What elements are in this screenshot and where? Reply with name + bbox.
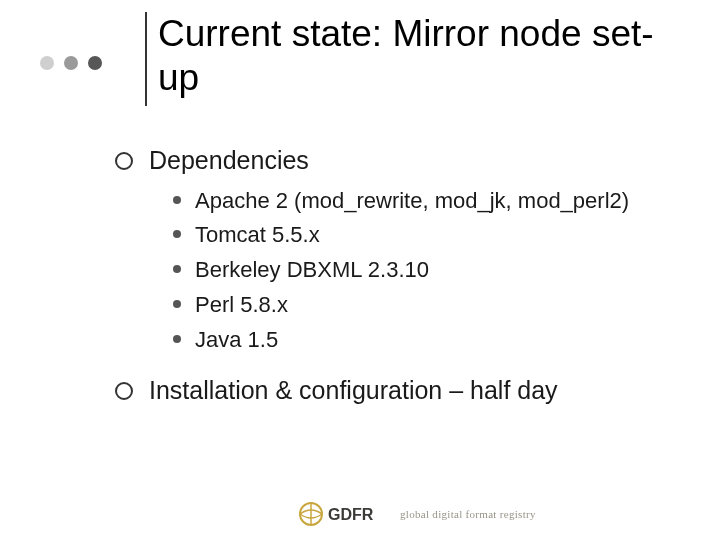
ring-bullet-icon (115, 382, 133, 400)
logo-acronym: GDFR (328, 506, 374, 523)
bullet-dependencies: Dependencies (115, 144, 680, 178)
footer-text: global digital format registry (400, 508, 536, 520)
disc-bullet-icon (173, 335, 181, 343)
list-item-text: Perl 5.8.x (195, 290, 680, 320)
dependencies-list: Apache 2 (mod_rewrite, mod_jk, mod_perl2… (173, 186, 680, 354)
decorative-dots (40, 56, 102, 70)
dot-3 (88, 56, 102, 70)
list-item: Apache 2 (mod_rewrite, mod_jk, mod_perl2… (173, 186, 680, 216)
list-item-text: Apache 2 (mod_rewrite, mod_jk, mod_perl2… (195, 186, 680, 216)
disc-bullet-icon (173, 196, 181, 204)
gdfr-logo-icon: GDFR (298, 500, 390, 528)
disc-bullet-icon (173, 230, 181, 238)
bullet-installation: Installation & configuration – half day (115, 374, 680, 408)
list-item: Tomcat 5.5.x (173, 220, 680, 250)
list-item-text: Berkeley DBXML 2.3.10 (195, 255, 680, 285)
slide-title: Current state: Mirror node set-up (158, 12, 690, 99)
bullet-label: Installation & configuration – half day (149, 374, 680, 408)
disc-bullet-icon (173, 265, 181, 273)
slide: Current state: Mirror node set-up Depend… (0, 0, 720, 540)
list-item-text: Java 1.5 (195, 325, 680, 355)
dot-2 (64, 56, 78, 70)
bullet-label: Dependencies (149, 144, 680, 178)
list-item: Java 1.5 (173, 325, 680, 355)
footer-logo: GDFR global digital format registry (298, 500, 536, 528)
ring-bullet-icon (115, 152, 133, 170)
slide-body: Dependencies Apache 2 (mod_rewrite, mod_… (115, 130, 680, 414)
dot-1 (40, 56, 54, 70)
slide-header: Current state: Mirror node set-up (40, 8, 690, 108)
list-item: Berkeley DBXML 2.3.10 (173, 255, 680, 285)
list-item-text: Tomcat 5.5.x (195, 220, 680, 250)
disc-bullet-icon (173, 300, 181, 308)
vertical-rule (145, 12, 147, 106)
list-item: Perl 5.8.x (173, 290, 680, 320)
